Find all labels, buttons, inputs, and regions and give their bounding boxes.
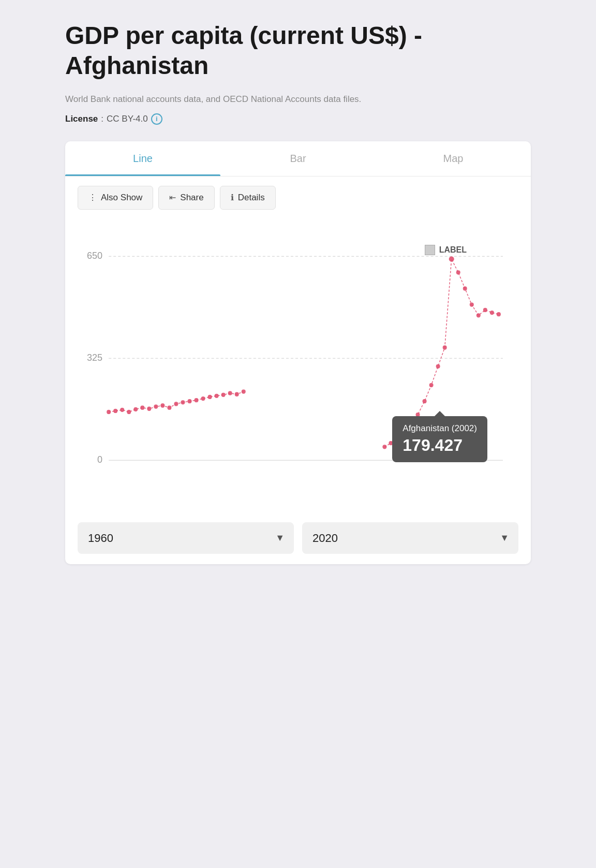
tooltip-value: 179.427 bbox=[403, 436, 477, 455]
share-button[interactable]: ⇤ Share bbox=[158, 186, 214, 210]
tooltip-arrow bbox=[435, 411, 445, 416]
license-row: License : CC BY-4.0 i bbox=[65, 113, 531, 125]
year-selectors: 1960 1970 1980 1990 2000 ▼ 2020 2015 201… bbox=[65, 514, 531, 564]
also-show-button[interactable]: ⋮ Also Show bbox=[78, 186, 153, 210]
start-year-wrapper: 1960 1970 1980 1990 2000 ▼ bbox=[78, 522, 294, 554]
chart-card: Line Bar Map ⋮ Also Show ⇤ Share ℹ Detai… bbox=[65, 141, 531, 564]
svg-point-35 bbox=[436, 364, 440, 368]
details-icon: ℹ bbox=[231, 193, 234, 202]
page-container: GDP per capita (current US$) - Afghanist… bbox=[65, 21, 531, 564]
share-label: Share bbox=[180, 193, 203, 203]
chart-tabs: Line Bar Map bbox=[65, 141, 531, 176]
line-chart: 650 325 0 bbox=[78, 224, 518, 514]
svg-text:325: 325 bbox=[87, 352, 102, 363]
legend-color-swatch bbox=[425, 245, 435, 255]
share-icon: ⇤ bbox=[169, 193, 176, 202]
license-separator: : bbox=[101, 114, 103, 124]
svg-point-38 bbox=[456, 270, 460, 274]
tab-bar[interactable]: Bar bbox=[220, 141, 376, 176]
details-label: Details bbox=[238, 193, 265, 203]
chart-tooltip: Afghanistan (2002) 179.427 bbox=[392, 416, 487, 462]
chart-legend: LABEL bbox=[425, 245, 467, 255]
svg-text:0: 0 bbox=[97, 454, 102, 465]
chart-svg-container: LABEL 650 325 0 bbox=[78, 224, 518, 514]
svg-point-33 bbox=[423, 399, 427, 403]
tab-line[interactable]: Line bbox=[65, 141, 220, 176]
legend-label: LABEL bbox=[439, 245, 467, 255]
license-value: CC BY-4.0 bbox=[107, 114, 148, 124]
source-text: World Bank national accounts data, and O… bbox=[65, 93, 531, 106]
details-button[interactable]: ℹ Details bbox=[220, 186, 276, 210]
chart-toolbar: ⋮ Also Show ⇤ Share ℹ Details bbox=[65, 176, 531, 219]
tab-map[interactable]: Map bbox=[376, 141, 531, 176]
license-label: License bbox=[65, 114, 98, 124]
svg-text:650: 650 bbox=[87, 250, 102, 261]
tooltip-title: Afghanistan (2002) bbox=[403, 423, 477, 434]
also-show-label: Also Show bbox=[101, 193, 142, 203]
also-show-icon: ⋮ bbox=[88, 193, 97, 202]
page-title: GDP per capita (current US$) - Afghanist… bbox=[65, 21, 531, 80]
chart-area: LABEL 650 325 0 bbox=[65, 219, 531, 514]
license-info-icon[interactable]: i bbox=[151, 113, 162, 125]
end-year-wrapper: 2020 2015 2010 2005 2000 ▼ bbox=[302, 522, 518, 554]
svg-point-9 bbox=[127, 410, 131, 414]
end-year-select[interactable]: 2020 2015 2010 2005 2000 bbox=[302, 522, 518, 554]
start-year-select[interactable]: 1960 1970 1980 1990 2000 bbox=[78, 522, 294, 554]
